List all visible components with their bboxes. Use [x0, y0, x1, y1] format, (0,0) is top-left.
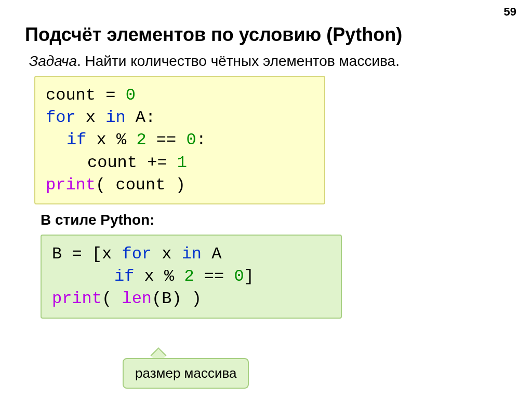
task-text: . Найти количество чётных элементов масс… [77, 53, 400, 69]
code-line: print( count ) [46, 174, 314, 196]
task-label: Задача [29, 53, 77, 69]
code-line: if x % 2 == 0] [114, 265, 330, 287]
code-line: for x in A: [46, 106, 314, 129]
code-line: print( len(B) ) [52, 287, 330, 310]
subheading: В стиле Python: [41, 212, 516, 228]
code-example-imperative: count = 0 for x in A: if x % 2 == 0: cou… [34, 76, 325, 204]
code-line: B = [x for x in A [52, 243, 330, 265]
code-line: count += 1 [87, 152, 314, 174]
code-example-pythonic: B = [x for x in A if x % 2 == 0] print( … [41, 235, 342, 319]
page-number: 59 [504, 5, 516, 19]
task-description: Задача. Найти количество чётных элементо… [29, 53, 516, 70]
page-title: Подсчёт элементов по условию (Python) [25, 24, 516, 46]
callout-box: размер массива [123, 358, 249, 389]
code-line: if x % 2 == 0: [66, 129, 314, 151]
code-line: count = 0 [46, 84, 314, 106]
